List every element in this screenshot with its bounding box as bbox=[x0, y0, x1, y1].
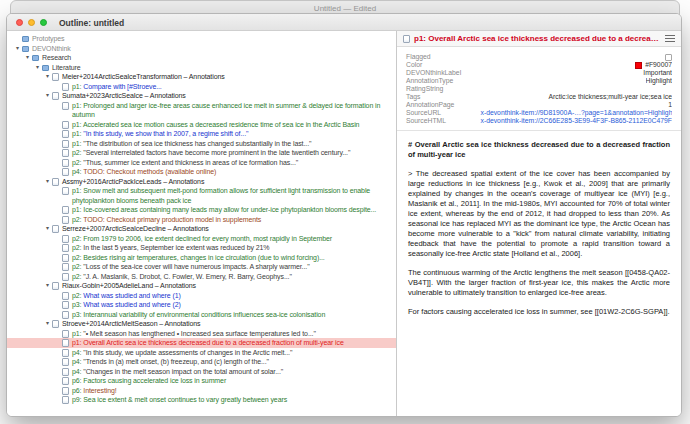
outline-item-text: p1: Ice-covered areas containing many le… bbox=[72, 205, 392, 215]
outline-item-label: From 1979 to 2006, ice extent declined f… bbox=[83, 235, 332, 242]
metadata-value-sourceurl[interactable]: x-devonthink-item://9D81900A-…?page=1&an… bbox=[480, 109, 672, 117]
outline-row[interactable]: p1: "• Melt season has lengthened • Incr… bbox=[7, 329, 396, 339]
outline-row[interactable]: p1: Overall Arctic sea ice thickness dec… bbox=[7, 338, 396, 348]
flagged-checkbox[interactable] bbox=[665, 54, 672, 61]
outline-row[interactable]: p2: "Thus, summer ice extent and thickne… bbox=[7, 158, 396, 168]
metadata-value-annotationpage: 1 bbox=[668, 101, 672, 109]
outline-item-label: Factors causing accelerated ice loss in … bbox=[83, 377, 226, 384]
outline-row[interactable]: Research bbox=[7, 53, 396, 63]
outline-item-text: p9: Sea ice extent & melt onset continue… bbox=[72, 395, 392, 405]
disclosure-triangle-icon[interactable] bbox=[43, 91, 52, 101]
disclosure-triangle-icon[interactable] bbox=[43, 72, 52, 82]
page-prefix: p1: bbox=[72, 121, 83, 128]
outline-row[interactable]: p4: "In this study, we update assessment… bbox=[7, 348, 396, 358]
outline-row[interactable]: Serreze+2007ArcticSeaIceDecline – Annota… bbox=[7, 224, 396, 234]
outline-row[interactable]: Sumata+2023ArcticSeaIce – Annotations bbox=[7, 91, 396, 101]
outline-item-text: p2: "J. A. Maslanik, S. Drobot, C. Fowle… bbox=[72, 272, 392, 282]
outline-row[interactable]: DEVONthink bbox=[7, 44, 396, 54]
document-icon bbox=[62, 377, 69, 385]
document-icon bbox=[62, 168, 69, 176]
outline-row[interactable]: Prototypes bbox=[7, 34, 396, 44]
page-prefix: p1: bbox=[72, 102, 83, 109]
outline-row[interactable]: p4: "Changes in the melt season impact o… bbox=[7, 367, 396, 377]
outline-item-label: "J. A. Maslanik, S. Drobot, C. Fowler, W… bbox=[83, 273, 292, 280]
outline-row[interactable]: p2: "Several interrelated factors have b… bbox=[7, 148, 396, 158]
document-icon bbox=[62, 206, 69, 214]
outline-row[interactable]: p6: Interesting! bbox=[7, 386, 396, 396]
page-prefix: p4: bbox=[72, 358, 83, 365]
outline-item-label: Prototypes bbox=[32, 35, 64, 42]
outline-row[interactable]: p2: In the last 5 years, September ice e… bbox=[7, 243, 396, 253]
outline-row[interactable]: p2: From 1979 to 2006, ice extent declin… bbox=[7, 234, 396, 244]
outline-row[interactable]: Stroeve+2014ArcticMeltSeason – Annotatio… bbox=[7, 319, 396, 329]
page-prefix: p4: bbox=[72, 168, 83, 175]
metadata-label: SourceHTML bbox=[406, 117, 446, 125]
outline-item-label: Snow melt and subsequent melt-pond forma… bbox=[72, 187, 370, 204]
outline-row[interactable]: p4: "Trends in (a) melt onset, (b) freez… bbox=[7, 357, 396, 367]
outline-row[interactable]: p2: "J. A. Maslanik, S. Drobot, C. Fowle… bbox=[7, 272, 396, 282]
disclosure-triangle-icon[interactable] bbox=[43, 281, 52, 291]
body-heading: # Overall Arctic sea ice thickness decre… bbox=[408, 140, 670, 160]
outline-row[interactable]: p9: Sea ice extent & melt onset continue… bbox=[7, 395, 396, 405]
page-prefix: p4: bbox=[72, 368, 83, 375]
outline-item-label: Prolonged and larger ice-free areas caus… bbox=[72, 102, 380, 119]
outline-item-label: Sumata+2023ArcticSeaIce – Annotations bbox=[62, 92, 186, 99]
outline-item-text: DEVONthink bbox=[32, 44, 392, 54]
page-prefix: p2: bbox=[72, 216, 83, 223]
disclosure-triangle-icon[interactable] bbox=[43, 177, 52, 187]
document-icon bbox=[62, 121, 69, 129]
document-icon bbox=[62, 339, 69, 347]
document-icon bbox=[62, 330, 69, 338]
title-bar[interactable]: Outline: untitled bbox=[7, 14, 681, 31]
metadata-row: AnnotationPage1 bbox=[406, 101, 672, 109]
outline-row[interactable]: p6: Factors causing accelerated ice loss… bbox=[7, 376, 396, 386]
zoom-button[interactable] bbox=[40, 19, 47, 26]
outline-row[interactable]: p1: Compare with [#Stroeve... bbox=[7, 82, 396, 92]
document-icon bbox=[52, 92, 59, 100]
outline-row[interactable]: Riaux-Gobin+2005AdelieLand – Annotations bbox=[7, 281, 396, 291]
outline-row[interactable]: p1: Snow melt and subsequent melt-pond f… bbox=[7, 186, 396, 205]
metadata-value-text: Highlight bbox=[646, 77, 672, 85]
metadata-row: AnnotationTypeHighlight bbox=[406, 77, 672, 85]
outline-row[interactable]: p1: Prolonged and larger ice-free areas … bbox=[7, 101, 396, 120]
main-window: Outline: untitled PrototypesDEVONthinkRe… bbox=[6, 13, 682, 417]
outline-row[interactable]: p2: Besides rising air temperatures, cha… bbox=[7, 253, 396, 263]
outline-item-label: Ice-covered areas containing many leads … bbox=[83, 206, 376, 213]
outline-item-text: Serreze+2007ArcticSeaIceDecline – Annota… bbox=[62, 224, 392, 234]
metadata-value-text: #F90007 bbox=[645, 61, 672, 69]
outline-row[interactable]: p2: "Loss of the sea-ice cover will have… bbox=[7, 262, 396, 272]
disclosure-triangle-icon[interactable] bbox=[43, 319, 52, 329]
page-prefix: p3: bbox=[72, 301, 83, 308]
outline-row[interactable]: p1: "The distribution of sea ice thickne… bbox=[7, 139, 396, 149]
outline-item-label: Accelerated sea ice motion causes a decr… bbox=[83, 121, 360, 128]
outline-row[interactable]: p3: Interannual variability of environme… bbox=[7, 310, 396, 320]
close-button[interactable] bbox=[16, 19, 23, 26]
minimize-button[interactable] bbox=[28, 19, 35, 26]
document-icon bbox=[62, 149, 69, 157]
outline-row[interactable]: p2: What was studied and where (1) bbox=[7, 291, 396, 301]
page-prefix: p2: bbox=[72, 254, 83, 261]
outline-row[interactable]: p1: "In this study, we show that in 2007… bbox=[7, 129, 396, 139]
outline-row[interactable]: Meier+2014ArcticSeaIceTransformation – A… bbox=[7, 72, 396, 82]
disclosure-triangle-icon[interactable] bbox=[33, 63, 42, 73]
document-icon bbox=[62, 273, 69, 281]
outline-row[interactable]: Assmy+2016ArcticPackIceLeads – Annotatio… bbox=[7, 177, 396, 187]
outline-row[interactable]: p3: What was studied and where (2) bbox=[7, 300, 396, 310]
outline-item-label: Stroeve+2014ArcticMeltSeason – Annotatio… bbox=[62, 320, 200, 327]
page-prefix: p1: bbox=[72, 83, 83, 90]
document-icon bbox=[52, 73, 59, 81]
menu-icon[interactable] bbox=[665, 35, 675, 42]
outline-row[interactable]: p4: TODO: Checkout methods (available on… bbox=[7, 167, 396, 177]
outline-row[interactable]: p1: Accelerated sea ice motion causes a … bbox=[7, 120, 396, 130]
outline-row[interactable]: p1: Ice-covered areas containing many le… bbox=[7, 205, 396, 215]
outline-item-label: Research bbox=[42, 54, 71, 61]
outline-row[interactable]: Literature bbox=[7, 63, 396, 73]
disclosure-triangle-icon[interactable] bbox=[43, 224, 52, 234]
outline-item-text: Riaux-Gobin+2005AdelieLand – Annotations bbox=[62, 281, 392, 291]
disclosure-triangle-icon[interactable] bbox=[23, 53, 32, 63]
outline-rows: PrototypesDEVONthinkResearchLiteratureMe… bbox=[7, 34, 396, 405]
outline-row[interactable]: p2: TODO: Checkout primary production mo… bbox=[7, 215, 396, 225]
outline-item-label: Compare with [#Stroeve... bbox=[83, 83, 161, 90]
disclosure-triangle-icon[interactable] bbox=[13, 44, 22, 54]
metadata-value-sourcehtml[interactable]: x-devonthink-item://2C66E285-3E99-4F3F-B… bbox=[480, 117, 672, 125]
